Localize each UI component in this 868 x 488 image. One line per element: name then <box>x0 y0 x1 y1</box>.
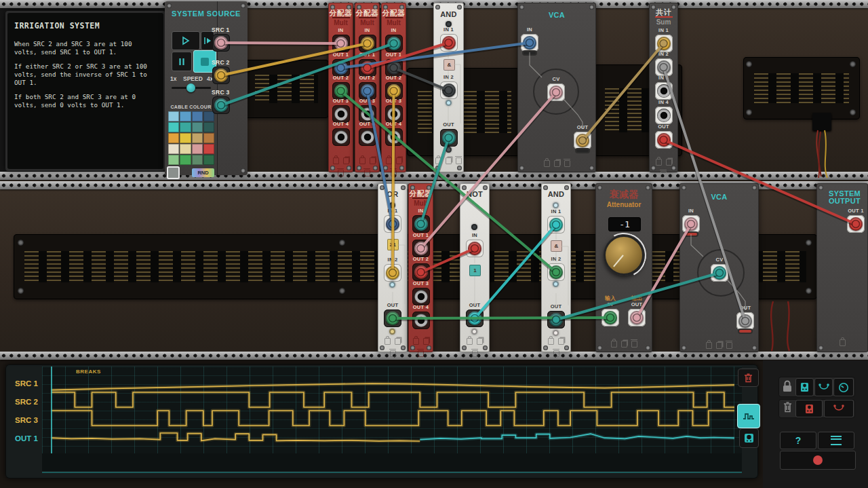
jack[interactable] <box>523 36 536 50</box>
jack[interactable] <box>414 265 428 279</box>
jack[interactable] <box>414 242 428 255</box>
jack[interactable] <box>414 217 428 231</box>
lock-icon <box>783 380 792 392</box>
colour-swatch[interactable] <box>203 133 214 143</box>
jack[interactable] <box>334 84 348 98</box>
colour-swatch[interactable] <box>192 111 203 121</box>
src1-jack[interactable] <box>214 36 228 50</box>
jack[interactable] <box>387 37 401 50</box>
jack[interactable] <box>549 313 563 326</box>
jack[interactable] <box>387 61 401 75</box>
module-mult-2[interactable]: 分配器 Mult IN OUT 1 OUT 2 OUT 3 OUT 4 <box>355 3 380 172</box>
jack[interactable] <box>442 131 456 145</box>
play-button[interactable] <box>172 31 200 50</box>
jack[interactable] <box>334 130 348 144</box>
module-and-2[interactable]: AND IN 1 & IN 2 OUT <box>541 183 571 352</box>
colour-swatch[interactable] <box>192 144 203 154</box>
trash-icon <box>390 350 396 357</box>
jack[interactable] <box>630 311 644 324</box>
colour-swatch[interactable] <box>168 111 179 121</box>
selected-colour-swatch[interactable] <box>168 168 178 178</box>
colour-swatch[interactable] <box>168 133 179 143</box>
module-mult-4[interactable]: 分配器 Mult IN OUT 1 OUT 2 OUT 3 OUT 4 <box>408 183 433 352</box>
jack[interactable] <box>657 84 671 98</box>
jack[interactable] <box>386 312 399 325</box>
jack[interactable] <box>442 83 456 97</box>
jack[interactable] <box>657 60 671 74</box>
module-not[interactable]: NOT IN 1 OUT <box>460 183 490 352</box>
jack[interactable] <box>657 37 671 50</box>
module-or[interactable]: OR IN 1 ≥1 IN 2 OUT <box>378 183 408 352</box>
jack[interactable] <box>361 107 374 121</box>
pause-button[interactable] <box>172 52 192 71</box>
colour-swatch[interactable] <box>168 155 179 165</box>
module-attenuator[interactable]: 衰减器 Attenuator -1 输入 IN 输出 OUT <box>595 183 652 352</box>
help-button[interactable]: ? <box>780 432 816 449</box>
colour-swatch[interactable] <box>180 144 191 154</box>
speed-slider-knob[interactable] <box>186 83 195 92</box>
colour-swatch[interactable] <box>203 155 214 165</box>
delete-module-button[interactable] <box>795 400 823 417</box>
module-mult-1[interactable]: 分配器 Mult IN OUT 1 OUT 2 OUT 3 OUT 4 <box>328 3 353 172</box>
lock-cable-button[interactable] <box>814 378 833 396</box>
colour-swatch[interactable] <box>168 122 179 132</box>
jack[interactable] <box>684 217 698 231</box>
jack[interactable] <box>549 265 563 279</box>
waveform-view-button[interactable] <box>737 404 760 428</box>
src2-jack[interactable] <box>214 69 228 82</box>
jack[interactable] <box>604 311 617 324</box>
random-colour-button[interactable]: RND <box>192 168 214 177</box>
jack[interactable] <box>549 86 563 99</box>
jack[interactable] <box>386 217 399 231</box>
jack[interactable] <box>849 217 863 231</box>
colour-swatch[interactable] <box>180 133 191 143</box>
jack[interactable] <box>414 290 428 303</box>
jack[interactable] <box>713 266 726 280</box>
jack[interactable] <box>576 134 589 147</box>
lock-clock-button[interactable] <box>833 378 854 396</box>
jack[interactable] <box>657 109 671 122</box>
trash-icon <box>418 350 424 357</box>
jack[interactable] <box>387 84 401 98</box>
jack[interactable] <box>334 61 348 75</box>
colour-swatch[interactable] <box>203 122 214 132</box>
jack[interactable] <box>738 314 752 328</box>
delete-cable-button[interactable] <box>824 400 854 417</box>
jack[interactable] <box>361 61 374 75</box>
colour-swatch[interactable] <box>192 122 203 132</box>
jack[interactable] <box>386 266 399 280</box>
colour-swatch[interactable] <box>168 144 179 154</box>
module-sum[interactable]: 共计 Sum IN 1 IN 2 IN 3 IN 4 OUT <box>649 3 678 172</box>
colour-swatch[interactable] <box>192 155 203 165</box>
jack[interactable] <box>414 314 428 327</box>
clear-traces-button[interactable] <box>738 369 759 387</box>
colour-swatch[interactable] <box>203 144 214 154</box>
jack[interactable] <box>468 242 481 255</box>
knob-view-button[interactable] <box>739 428 759 448</box>
module-and-1[interactable]: AND IN 1 & IN 2 OUT <box>433 3 464 172</box>
jack[interactable] <box>657 133 671 147</box>
jack[interactable] <box>334 37 348 50</box>
module-vca-1[interactable]: VCA IN CV OUT <box>517 3 596 172</box>
scope-plot[interactable] <box>42 367 742 453</box>
colour-swatch[interactable] <box>192 133 203 143</box>
lock-module-button[interactable] <box>795 378 814 396</box>
jack[interactable] <box>468 312 481 325</box>
jack[interactable] <box>549 218 563 231</box>
jack[interactable] <box>361 130 374 144</box>
colour-swatch[interactable] <box>180 111 191 121</box>
jack[interactable] <box>334 107 348 121</box>
src3-jack[interactable] <box>214 98 228 112</box>
jack[interactable] <box>387 130 401 144</box>
record-button[interactable] <box>780 451 856 470</box>
jack[interactable] <box>442 36 456 50</box>
jack[interactable] <box>361 84 374 98</box>
jack[interactable] <box>387 107 401 121</box>
colour-swatch[interactable] <box>180 155 191 165</box>
trash-icon <box>391 170 397 176</box>
jack[interactable] <box>361 37 374 50</box>
menu-button[interactable] <box>818 432 854 449</box>
module-mult-3[interactable]: 分配器 Mult IN OUT 1 OUT 2 OUT 3 OUT 4 <box>381 3 406 172</box>
colour-swatch[interactable] <box>180 122 191 132</box>
module-vca-2[interactable]: VCA IN CV OUT <box>679 183 759 352</box>
